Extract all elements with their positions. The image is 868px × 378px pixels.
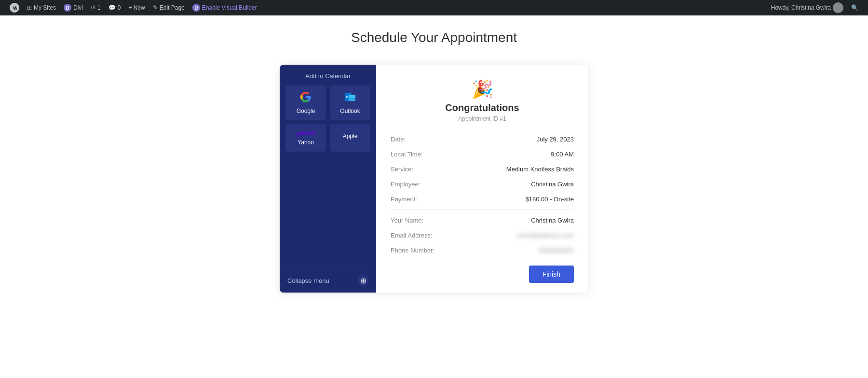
email-value: email@address.com <box>516 232 574 239</box>
svg-text:O: O <box>346 96 349 98</box>
divi-link[interactable]: D Divi <box>60 0 87 15</box>
sites-icon: ⊞ <box>27 4 32 11</box>
revisions-link[interactable]: ↺ 1 <box>87 0 105 15</box>
detail-row-date: Date: July 29, 2023 <box>391 132 574 147</box>
new-link[interactable]: + New <box>124 0 149 15</box>
name-value: Christina Gwira <box>531 217 574 224</box>
collapse-menu-button[interactable]: Collapse menu ⊕ <box>280 268 376 293</box>
google-icon <box>300 91 312 105</box>
service-value: Medium Knotless Braids <box>506 166 574 173</box>
finish-row: Finish <box>391 258 574 283</box>
employee-label: Employee: <box>391 181 420 188</box>
phone-value: 0000000000 <box>539 247 574 254</box>
user-avatar <box>833 2 843 13</box>
yahoo-icon: yahoo! <box>296 130 315 136</box>
service-label: Service: <box>391 166 413 173</box>
svg-rect-2 <box>349 95 355 98</box>
phone-label: Phone Number: <box>391 247 434 254</box>
my-sites-link[interactable]: ⊞ My Sites <box>23 0 60 15</box>
finish-button[interactable]: Finish <box>529 266 574 283</box>
search-icon: 🔍 <box>851 4 858 11</box>
employee-value: Christina Gwira <box>531 181 574 188</box>
detail-row-time: Local Time: 9:00 AM <box>391 147 574 162</box>
detail-row-employee: Employee: Christina Gwira <box>391 177 574 192</box>
add-to-calendar-header: Add to Calendar <box>280 65 376 85</box>
party-icon: 🎉 <box>391 79 574 99</box>
search-button[interactable]: 🔍 <box>847 0 862 15</box>
appointment-widget: Add to Calendar Google <box>280 65 588 293</box>
detail-row-name: Your Name: Christina Gwira <box>391 213 574 228</box>
details-divider <box>391 210 574 210</box>
comments-icon: 💬 <box>108 4 116 11</box>
email-label: Email Address: <box>391 232 433 239</box>
confirmation-panel: 🎉 Congratulations Appointment ID #1 Date… <box>376 65 588 293</box>
date-label: Date: <box>391 136 406 143</box>
detail-row-service: Service: Medium Knotless Braids <box>391 162 574 177</box>
date-value: July 29, 2023 <box>537 136 574 143</box>
personal-details: Your Name: Christina Gwira Email Address… <box>391 213 574 258</box>
divi-icon: D <box>64 4 71 12</box>
outlook-calendar-button[interactable]: O Outlook <box>330 85 370 120</box>
appointment-id: Appointment ID #1 <box>391 115 574 122</box>
appointment-details: Date: July 29, 2023 Local Time: 9:00 AM … <box>391 132 574 207</box>
page-title: Schedule Your Appointment <box>0 25 868 45</box>
payment-label: Payment: <box>391 196 417 203</box>
calendar-sidebar: Add to Calendar Google <box>280 65 376 293</box>
apple-calendar-button[interactable]: Apple <box>330 124 370 152</box>
time-value: 9:00 AM <box>551 151 574 158</box>
name-label: Your Name: <box>391 217 423 224</box>
google-calendar-button[interactable]: Google <box>285 85 326 120</box>
revisions-icon: ↺ <box>91 4 95 11</box>
howdy-link[interactable]: Howdy, Christina Gwira <box>767 0 847 15</box>
edit-page-link[interactable]: ✎ Edit Page <box>149 0 189 15</box>
time-label: Local Time: <box>391 151 422 158</box>
congrats-section: 🎉 Congratulations Appointment ID #1 <box>391 79 574 122</box>
main-content: Schedule Your Appointment Add to Calenda… <box>0 15 868 378</box>
visual-builder-icon: D <box>192 4 200 12</box>
calendar-buttons-grid: Google O Outlook <box>280 85 376 157</box>
admin-bar-right: Howdy, Christina Gwira 🔍 <box>767 0 862 15</box>
detail-row-phone: Phone Number: 0000000000 <box>391 243 574 258</box>
wp-logo-link[interactable] <box>6 0 23 15</box>
collapse-icon: ⊕ <box>358 275 368 286</box>
enable-visual-builder-link[interactable]: D Enable Visual Builder <box>189 0 261 15</box>
congrats-title: Congratulations <box>391 102 574 113</box>
admin-bar: ⊞ My Sites D Divi ↺ 1 💬 0 + New ✎ Edit P… <box>0 0 868 15</box>
edit-icon: ✎ <box>153 4 158 11</box>
payment-value: $180.00 - On-site <box>526 196 574 203</box>
detail-row-payment: Payment: $180.00 - On-site <box>391 192 574 207</box>
detail-row-email: Email Address: email@address.com <box>391 228 574 243</box>
yahoo-calendar-button[interactable]: yahoo! Yahoo <box>285 124 326 152</box>
outlook-icon: O <box>344 91 356 105</box>
comments-link[interactable]: 💬 0 <box>105 0 125 15</box>
